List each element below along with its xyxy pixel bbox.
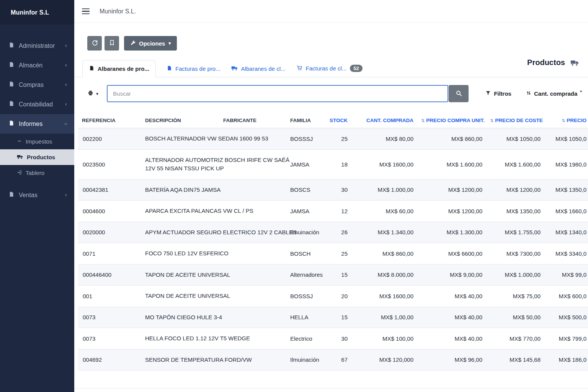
tab-facturas-cliente[interactable]: Facturas de cl... 52 <box>296 60 363 77</box>
refresh-icon <box>91 39 98 47</box>
table-cell: FOCO 750 LED 12V ESFERICO <box>141 243 219 265</box>
table-cell: BATERÍA AQA DIN75 JAMSA <box>141 179 219 201</box>
sidebar-item-informes[interactable]: Informes <box>0 114 74 134</box>
table-cell: MX$ 1340,0 <box>544 222 588 243</box>
table-row[interactable]: 0023500ALTERNADOR AUTOMOTRIZ BOSCH IRIFE… <box>78 149 588 179</box>
sort-icon: ⇅ <box>490 118 493 123</box>
sidebar-item-ventas[interactable]: Ventas <box>0 185 74 205</box>
refresh-button[interactable] <box>87 36 102 51</box>
table-cell: MX$ 1,00,00 <box>351 307 417 328</box>
file-icon <box>8 62 14 69</box>
table-cell: 0073 <box>78 328 141 350</box>
table-cell: Alternadores <box>286 264 325 286</box>
column-header[interactable]: CANT. COMPRADA <box>351 114 417 128</box>
table-row[interactable]: 00042381BATERÍA AQA DIN75 JAMSABOSCS30MX… <box>78 179 588 201</box>
sidebar-item-almacen[interactable]: Almacén <box>0 56 74 75</box>
table-cell: ALTERNADOR AUTOMOTRIZ BOSCH IRIFE CW SAÉ… <box>141 149 219 179</box>
table-cell: MX$ 3340,0 <box>544 243 588 265</box>
filters-button[interactable]: Filtros <box>485 90 511 97</box>
search-button[interactable] <box>449 85 469 102</box>
sidebar-item-impuestos[interactable]: Impuestos <box>0 134 74 149</box>
sidebar-item-label: Productos <box>27 154 55 160</box>
sidebar-item-label: Contabilidad <box>19 101 59 108</box>
table-cell: 15 <box>325 307 351 328</box>
column-header[interactable]: STOCK <box>325 114 351 128</box>
table-row[interactable]: 0073HELLA FOCO LED 1.12 12V T5 WEDGEElec… <box>78 328 588 350</box>
tab-facturas-proveedor[interactable]: Facturas de pro... <box>167 60 220 77</box>
table-cell: BOSCH ALTERNADOR VW SEDAN 1600 99 53 <box>141 128 219 150</box>
footer: © Muninfor S.L - TemaMunfactu v1.5 <box>74 389 588 392</box>
tab-albaranes-cliente[interactable]: Albaranes de cl... <box>231 60 286 77</box>
topbar: Muninfor S.L. <box>74 0 588 23</box>
table-cell: MX$ 80,00 <box>351 128 417 150</box>
table-cell: MX$ 100,00 <box>351 328 417 350</box>
table-cell: MX$ 860,00 <box>417 128 486 150</box>
table-cell: 002200 <box>78 128 141 150</box>
print-dropdown-button[interactable]: ▾ <box>83 88 102 100</box>
sidebar-item-administrator[interactable]: Administrator <box>0 36 74 56</box>
table-cell: 000446400 <box>78 264 141 286</box>
table-cell: MX$ 1200,00 <box>417 201 486 222</box>
table-cell: 18 <box>325 149 351 179</box>
sidebar-item-productos[interactable]: Productos <box>0 149 74 165</box>
sidebar-item-tablero[interactable]: Tablero <box>0 165 74 181</box>
table-cell: BOSCS <box>286 179 325 201</box>
table-row[interactable]: 002200BOSCH ALTERNADOR VW SEDAN 1600 99 … <box>78 128 588 150</box>
column-header: DESCRIPCIÓN <box>141 114 219 128</box>
table-row[interactable]: 0020000APYM ACTUADOR SEGURO ELECTRICO 12… <box>78 222 588 243</box>
table-cell: HELLA FOCO LED 1.12 12V T5 WEDGE <box>141 328 219 350</box>
table-cell: 12 <box>325 201 351 222</box>
column-header[interactable]: ⇅PRECIO COMPRA UNIT. <box>417 114 486 128</box>
table-cell: Electrico <box>286 328 325 350</box>
opciones-button[interactable]: Opciones ▾ <box>124 36 177 51</box>
table-row[interactable]: 0004600APARCA EXCITA PALANCAS VW CL / PS… <box>78 201 588 222</box>
page-title: Productos <box>527 58 565 67</box>
table-cell: 30 <box>325 328 351 350</box>
page-title-wrap: Productos <box>527 58 579 67</box>
chevron-left-icon <box>64 102 68 106</box>
table-cell: MX$ 145,68 <box>486 349 544 371</box>
chevron-left-icon <box>64 83 68 87</box>
table-row[interactable]: 004692SENSOR DE TEMPERATURA FORD/VWIlmui… <box>78 349 588 371</box>
table-cell: MX$ 1200,00 <box>417 179 486 201</box>
search-input[interactable] <box>107 85 448 102</box>
hamburger-menu-icon[interactable] <box>82 8 90 15</box>
table-cell: BOSSSJ <box>286 286 325 307</box>
table-row[interactable]: 001TAPON DE ACEITE UNIVERSALBOSSSJ20MX$ … <box>78 286 588 307</box>
table-cell: MX$ 99,0 <box>544 264 588 286</box>
tab-label: Facturas de cl... <box>306 65 347 72</box>
sidebar-item-compras[interactable]: Compras <box>0 75 74 95</box>
table-row[interactable]: 0071FOCO 750 LED 12V ESFERICOBOSCH25MX$ … <box>78 243 588 265</box>
table-cell: MX$ 96,00 <box>417 349 486 371</box>
table-cell: Ilmuinación <box>286 349 325 371</box>
table-cell: MX$ 7300,00 <box>486 243 544 265</box>
main-area: Muninfor S.L. Opciones ▾ Productos <box>74 0 588 392</box>
table-cell: MX$ 1.755,00 <box>486 222 544 243</box>
sidebar-item-label: Compras <box>19 82 59 88</box>
table-cell: MO TAPÓN CIEGO HULE 3-4 <box>141 307 219 328</box>
sort-arrows-icon <box>526 90 531 97</box>
table-cell <box>219 149 286 179</box>
table-cell: MX$ 50,00 <box>486 307 544 328</box>
chevron-down-icon <box>64 122 68 126</box>
table-row[interactable]: 000446400TAPON DE ACEITE UNIVERSALAltern… <box>78 264 588 286</box>
search-box <box>107 85 469 102</box>
search-icon <box>456 90 462 98</box>
table-cell: MX$ 600,0 <box>544 286 588 307</box>
sidebar-item-contabilidad[interactable]: Contabilidad <box>0 95 74 114</box>
table-cell: 0004600 <box>78 201 141 222</box>
bookmark-button[interactable] <box>105 36 119 51</box>
table-row[interactable]: 0073MO TAPÓN CIEGO HULE 3-4HELLA15MX$ 1,… <box>78 307 588 328</box>
sort-icon: ⇅ <box>562 118 565 123</box>
sidebar-nav: Administrator Almacén Compras Contabilid… <box>0 24 74 205</box>
file-icon <box>8 42 14 49</box>
funnel-icon <box>485 90 491 97</box>
sort-by-button[interactable]: Cant. comprada * <box>526 90 582 97</box>
column-header[interactable]: ⇅PRECIO <box>544 114 588 128</box>
column-header[interactable]: ⇅PRECIO DE COSTE <box>486 114 544 128</box>
tab-albaranes-proveedor[interactable]: Albaranes de pro... <box>82 60 156 77</box>
tab-label: Albaranes de pro... <box>98 65 149 72</box>
table-cell: 0071 <box>78 243 141 265</box>
table-cell: MX$ 1350,0 <box>544 179 588 201</box>
table-cell: 67 <box>325 349 351 371</box>
